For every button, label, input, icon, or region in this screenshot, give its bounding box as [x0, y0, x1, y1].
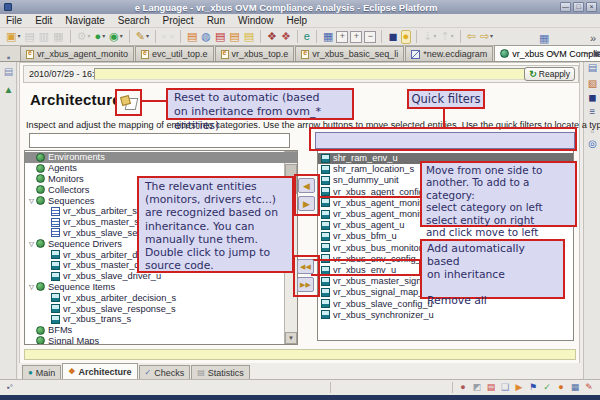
- new-wizard-icon[interactable]: ▣▾: [5, 30, 21, 44]
- editor-tab[interactable]: vr_xbus_agent_monito: [20, 46, 134, 61]
- tasks-icon[interactable]: ❑: [500, 382, 510, 393]
- refresh-icon: ↻: [529, 69, 537, 79]
- build-icon[interactable]: ⚙▾: [76, 30, 92, 44]
- save-all-icon[interactable]: ▥: [38, 30, 50, 44]
- package-icon[interactable]: ◼: [387, 30, 398, 44]
- minimize-button[interactable]: —: [560, 2, 571, 12]
- print-icon[interactable]: ▦: [52, 30, 64, 44]
- menu-item-window[interactable]: Window: [238, 15, 274, 26]
- close-button[interactable]: ×: [586, 2, 597, 12]
- menu-item-edit[interactable]: Edit: [35, 15, 52, 26]
- add-note: Add automatically based on inheritance R…: [420, 239, 565, 299]
- menu-item-help[interactable]: Help: [287, 15, 308, 26]
- annotation-line-reset: [141, 100, 166, 102]
- expander-open-icon[interactable]: ▽: [27, 283, 36, 291]
- view-tab-checks[interactable]: ✓Checks: [139, 365, 191, 379]
- package-explorer-icon[interactable]: ◼: [587, 92, 598, 103]
- mark-occurrences-icon[interactable]: ▫: [161, 30, 167, 44]
- tab-list-icon[interactable]: »: [552, 49, 556, 58]
- analysis-command-field[interactable]: [94, 68, 538, 80]
- list-item[interactable]: vr_xbus_synchronizer_u: [318, 309, 573, 320]
- tree-item[interactable]: ▽Sequence Items: [25, 282, 297, 293]
- checks-run-icon[interactable]: ❖: [280, 30, 292, 44]
- list-item-label: shr_ram_env_u: [333, 153, 398, 163]
- e-save-file-icon[interactable]: ▤: [243, 30, 255, 44]
- external-tools-icon[interactable]: ◉▾: [108, 30, 124, 44]
- tree-item[interactable]: vr_xbus_slave_response_s: [25, 303, 297, 314]
- editor-tab[interactable]: vr_xbus_top.e: [215, 46, 295, 61]
- e-check-file-icon[interactable]: ▤: [214, 30, 226, 44]
- grid-status-icon[interactable]: ▦: [570, 382, 580, 393]
- forward-history-icon[interactable]: ⇨▾: [479, 30, 494, 44]
- save-icon[interactable]: ▤: [23, 30, 35, 44]
- expand-all-icon[interactable]: +: [336, 31, 348, 43]
- reapply-button[interactable]: ↻ Reapply: [524, 67, 575, 81]
- palette-icon[interactable]: ▧: [587, 78, 598, 89]
- maximize-view-icon[interactable]: ▣: [593, 49, 600, 58]
- coverage-view-icon[interactable]: ▲: [3, 84, 14, 95]
- tree-item[interactable]: vr_xbus_arbiter_decision_s: [25, 292, 297, 303]
- tree-item[interactable]: Environments: [25, 152, 297, 163]
- e-load-file-icon[interactable]: ▤: [228, 30, 240, 44]
- console-view-icon[interactable]: ▤: [3, 66, 14, 77]
- menu-item-search[interactable]: Search: [118, 15, 150, 26]
- lightbulb-icon[interactable]: ●: [401, 30, 412, 44]
- tree-item[interactable]: Agents: [25, 163, 297, 174]
- e-module-icon[interactable]: ▤: [186, 30, 198, 44]
- list-item-label: sn_dummy_unit: [333, 175, 399, 185]
- sync-view-icon[interactable]: ◎: [587, 138, 598, 149]
- form-message-strip: [24, 349, 576, 360]
- e-browser-icon[interactable]: ◍: [200, 30, 212, 44]
- menu-item-file[interactable]: File: [6, 15, 22, 26]
- minimize-view-icon[interactable]: ─: [585, 49, 591, 58]
- run-status-icon[interactable]: ▶: [514, 382, 524, 393]
- menu-item-project[interactable]: Project: [163, 15, 194, 26]
- back-history-icon[interactable]: ⇦: [466, 30, 477, 44]
- move-all-left-button[interactable]: ◀◀: [297, 259, 314, 274]
- next-annotation-icon[interactable]: ⇡▾: [439, 30, 454, 44]
- hierarchy-icon[interactable]: ≡: [587, 106, 598, 117]
- toolbar-overflow-icon[interactable]: »: [589, 31, 597, 45]
- view-tab-statistics[interactable]: ▤Statistics: [191, 365, 250, 379]
- expander-open-icon[interactable]: ▽: [27, 240, 36, 248]
- tree-item[interactable]: BFMs: [25, 325, 297, 336]
- annotate-icon[interactable]: ✎▾: [135, 30, 150, 44]
- eclipse-window: e Language - vr_xbus OVM Compliance Anal…: [0, 0, 600, 400]
- coverage-icon[interactable]: ❖: [266, 30, 278, 44]
- view-tab-architecture[interactable]: ❖Architecture: [62, 363, 137, 379]
- editor-tab[interactable]: *new.ecdiagram: [405, 46, 493, 61]
- move-all-right-button[interactable]: ▶▶: [297, 277, 314, 292]
- prev-annotation-icon[interactable]: ⇣▾: [422, 30, 437, 44]
- specman-icon[interactable]: e: [303, 30, 311, 44]
- error-log-icon[interactable]: ▤: [486, 382, 496, 393]
- menu-item-run[interactable]: Run: [207, 15, 225, 26]
- run-icon[interactable]: ●▾: [94, 30, 107, 44]
- flag-icon[interactable]: ⚑: [528, 382, 538, 393]
- list-item-label: vr_xbus_slave_config_u: [333, 299, 433, 309]
- perspective-icon[interactable]: ▪: [3, 52, 14, 63]
- tree-item[interactable]: vr_xbus_trans_s: [25, 314, 297, 325]
- tree-item[interactable]: Signal Maps: [25, 336, 297, 345]
- specman-status-icon[interactable]: ●: [556, 382, 566, 393]
- move-to-right-button[interactable]: ▶: [298, 196, 315, 211]
- editor-state-icon[interactable]: ◩: [472, 382, 482, 393]
- expander-open-icon[interactable]: ▽: [27, 197, 36, 205]
- console-icon[interactable]: ▦: [322, 30, 334, 44]
- move-to-left-button[interactable]: ◀: [298, 178, 315, 193]
- edit-status-icon[interactable]: ✎: [584, 382, 594, 393]
- maximize-button[interactable]: □: [573, 2, 584, 12]
- editor-grid-icon[interactable]: ▦: [538, 31, 550, 45]
- reset-note: Reset to automatic (based on inheritance…: [166, 88, 354, 120]
- categories-filter-input[interactable]: [29, 133, 290, 148]
- editor-tab[interactable]: evc_util_top.e: [135, 46, 214, 61]
- mark-occurrences-alt-icon[interactable]: ▫: [169, 30, 175, 44]
- reset-to-automatic-button[interactable]: [115, 89, 142, 116]
- view-tab-main[interactable]: ●Main: [22, 365, 61, 379]
- category-icon: [36, 282, 45, 291]
- expand-node-icon[interactable]: +: [350, 31, 362, 43]
- collapse-all-icon[interactable]: −: [364, 31, 376, 43]
- check-status-icon[interactable]: ✓: [542, 382, 552, 393]
- menu-item-navigate[interactable]: Navigate: [65, 15, 104, 26]
- editor-tab[interactable]: vr_xbus_basic_seq_li: [295, 46, 404, 61]
- views-stack-icon[interactable]: ▤: [587, 62, 598, 73]
